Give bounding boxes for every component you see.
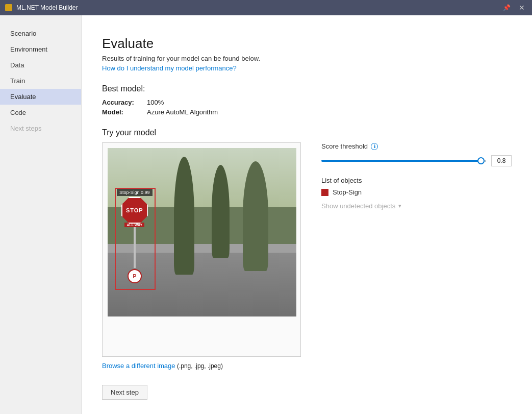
browse-link-row: Browse a different image (.png, .jpg, .j… bbox=[102, 362, 301, 370]
tree-mid bbox=[212, 165, 230, 258]
street-image: Stop-Sign 0.99 STOP ALL WAY P bbox=[108, 148, 296, 316]
list-objects-title: List of objects bbox=[321, 177, 512, 184]
pin-button[interactable]: 📌 bbox=[501, 3, 513, 12]
try-model-heading: Try your model bbox=[102, 128, 512, 137]
right-panel: Score threshold ℹ 0.8 List of objects bbox=[321, 142, 512, 210]
sidebar-item-code[interactable]: Code bbox=[0, 105, 81, 120]
show-undetected-label: Show undetected objects bbox=[321, 202, 395, 210]
best-model-heading: Best model: bbox=[102, 84, 512, 93]
window-title: ML.NET Model Builder bbox=[16, 4, 497, 11]
tree-right bbox=[243, 161, 268, 271]
no-parking-sign: P bbox=[128, 269, 142, 283]
title-bar: ML.NET Model Builder 📌 ✕ bbox=[0, 0, 532, 15]
close-button[interactable]: ✕ bbox=[517, 3, 527, 13]
image-frame: Stop-Sign 0.99 STOP ALL WAY P bbox=[102, 142, 301, 357]
app-icon bbox=[5, 4, 12, 11]
help-link[interactable]: How do I understand my model performance… bbox=[102, 64, 237, 72]
show-undetected-toggle[interactable]: Show undetected objects ▾ bbox=[321, 202, 512, 210]
model-label: Model: bbox=[102, 108, 143, 116]
accuracy-value: 100% bbox=[147, 99, 164, 106]
accuracy-row: Accuracy: 100% bbox=[102, 99, 512, 106]
app-container: Scenario Environment Data Train Evaluate… bbox=[0, 15, 532, 414]
model-value: Azure AutoML Algorithm bbox=[147, 108, 218, 116]
slider-thumb[interactable] bbox=[477, 157, 485, 164]
page-title: Evaluate bbox=[102, 36, 512, 52]
sidebar-item-evaluate[interactable]: Evaluate bbox=[0, 89, 81, 105]
sidebar-item-data[interactable]: Data bbox=[0, 57, 81, 73]
slider-container: 0.8 bbox=[321, 155, 512, 166]
best-model-section: Best model: Accuracy: 100% Model: Azure … bbox=[102, 84, 512, 116]
stop-sign-label: Stop-Sign bbox=[333, 188, 362, 196]
info-icon[interactable]: ℹ bbox=[371, 143, 378, 150]
score-threshold-label: Score threshold ℹ bbox=[321, 142, 512, 150]
browse-suffix: (.png, .jpg, .jpeg) bbox=[175, 362, 223, 370]
subtitle-text: Results of training for your model can b… bbox=[102, 55, 512, 62]
slider-track[interactable] bbox=[321, 160, 486, 162]
sidebar-item-train[interactable]: Train bbox=[0, 73, 81, 89]
next-step-section: Next step bbox=[102, 385, 301, 400]
stop-sign-color-swatch bbox=[321, 189, 328, 196]
next-step-button[interactable]: Next step bbox=[102, 385, 147, 400]
sidebar-item-scenario[interactable]: Scenario bbox=[0, 26, 81, 41]
sidebar: Scenario Environment Data Train Evaluate… bbox=[0, 15, 82, 414]
stop-sign-pole bbox=[134, 227, 136, 268]
tree-left bbox=[174, 157, 194, 275]
image-panel: Stop-Sign 0.99 STOP ALL WAY P bbox=[102, 142, 301, 400]
detection-label: Stop-Sign 0.99 bbox=[117, 189, 153, 196]
model-row: Model: Azure AutoML Algorithm bbox=[102, 108, 512, 116]
stop-sign-octagon: STOP bbox=[121, 197, 148, 224]
browse-link[interactable]: Browse a different image bbox=[102, 362, 175, 370]
list-of-objects: List of objects Stop-Sign bbox=[321, 177, 512, 196]
sidebar-item-environment[interactable]: Environment bbox=[0, 41, 81, 57]
main-content: Evaluate Results of training for your mo… bbox=[82, 15, 532, 414]
try-model-area: Stop-Sign 0.99 STOP ALL WAY P bbox=[102, 142, 512, 400]
chevron-down-icon: ▾ bbox=[398, 203, 401, 209]
object-item-stop-sign: Stop-Sign bbox=[321, 188, 512, 196]
stop-sign-assembly: Stop-Sign 0.99 STOP ALL WAY P bbox=[117, 189, 153, 283]
accuracy-label: Accuracy: bbox=[102, 99, 143, 106]
sidebar-item-next-steps: Next steps bbox=[0, 120, 81, 136]
slider-value[interactable]: 0.8 bbox=[491, 155, 512, 166]
image-container: Stop-Sign 0.99 STOP ALL WAY P bbox=[108, 148, 295, 316]
score-threshold-section: Score threshold ℹ 0.8 bbox=[321, 142, 512, 166]
